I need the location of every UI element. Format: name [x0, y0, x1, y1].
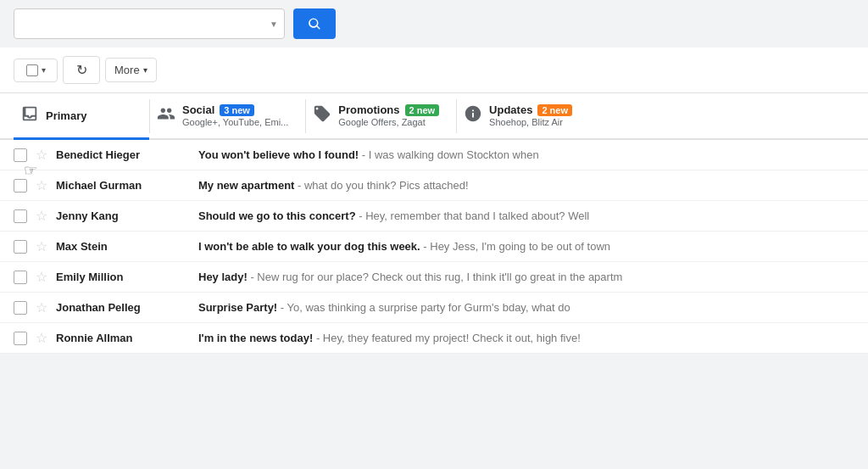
top-bar: ▼ [0, 0, 868, 47]
email-preview-1: - what do you think? Pics attached! [294, 179, 468, 192]
tab-promotions-title: Promotions [338, 103, 399, 116]
email-checkbox-2[interactable] [14, 209, 27, 223]
tab-primary-text: Primary [46, 109, 86, 122]
email-body-1: My new apartment - what do you think? Pi… [198, 179, 854, 192]
email-sender-3: Max Stein [56, 240, 192, 253]
email-checkbox-3[interactable] [14, 240, 27, 254]
tab-updates-title: Updates [489, 103, 532, 116]
email-checkbox-1[interactable] [14, 179, 27, 193]
cursor-hand-icon: ☞ [24, 161, 37, 180]
email-subject-2: Should we go to this concert? [198, 209, 356, 222]
tab-updates[interactable]: Updates 2 new Shoehop, Blitz Air [457, 93, 593, 140]
search-button[interactable] [293, 8, 336, 39]
email-star-2[interactable]: ☆ [34, 208, 49, 224]
search-icon [307, 16, 322, 31]
tab-promotions-badge: 2 new [405, 104, 440, 116]
email-preview-0: - I was walking down Stockton when [359, 148, 538, 161]
tab-primary-title: Primary [46, 109, 86, 122]
email-subject-5: Surprise Party! [198, 301, 277, 314]
email-preview-3: - Hey Jess, I'm going to be out of town [420, 240, 610, 253]
email-star-5[interactable]: ☆ [34, 299, 49, 315]
tab-social-badge: 3 new [220, 104, 254, 116]
email-preview-6: - Hey, they featured my project! Check i… [313, 332, 581, 344]
email-sender-4: Emily Million [56, 271, 192, 283]
email-body-2: Should we go to this concert? - Hey, rem… [198, 209, 854, 222]
tab-promotions-text: Promotions 2 new Google Offers, Zagat [338, 103, 439, 127]
tab-social[interactable]: Social 3 new Google+, YouTube, Emi... [150, 93, 305, 140]
email-row[interactable]: ☆ Jonathan Pelleg Surprise Party! - Yo, … [0, 293, 868, 323]
email-subject-1: My new apartment [198, 179, 294, 192]
select-dropdown-arrow-icon: ▾ [42, 65, 46, 75]
select-all-button[interactable]: ▾ [14, 59, 58, 82]
email-checkbox-4[interactable] [14, 271, 27, 284]
email-row[interactable]: ☆ Jenny Kang Should we go to this concer… [0, 201, 868, 232]
tab-promotions[interactable]: Promotions 2 new Google Offers, Zagat [306, 93, 456, 140]
email-star-6[interactable]: ☆ [34, 330, 49, 346]
refresh-button[interactable]: ↻ [63, 56, 100, 84]
more-dropdown-arrow-icon: ▾ [143, 65, 147, 75]
email-row[interactable]: ☆ Ronnie Allman I'm in the news today! -… [0, 323, 868, 354]
email-checkbox-5[interactable] [14, 301, 27, 315]
email-subject-0: You won't believe who I found! [198, 148, 359, 161]
email-preview-2: - Hey, remember that band I talked about… [356, 209, 590, 222]
email-subject-6: I'm in the news today! [198, 332, 313, 344]
search-wrap: ▼ [14, 8, 285, 39]
tab-social-text: Social 3 new Google+, YouTube, Emi... [182, 103, 288, 127]
email-body-6: I'm in the news today! - Hey, they featu… [198, 332, 854, 344]
email-star-4[interactable]: ☆ [34, 269, 49, 285]
search-input[interactable] [14, 8, 285, 39]
email-row[interactable]: ☆ Max Stein I won't be able to walk your… [0, 232, 868, 262]
email-sender-6: Ronnie Allman [56, 332, 192, 344]
email-body-0: You won't believe who I found! - I was w… [198, 148, 854, 161]
email-list: ☆ Benedict Hieger You won't believe who … [0, 140, 868, 354]
toolbar: ▾ ↻ More ▾ [0, 47, 868, 93]
email-checkbox-0[interactable] [14, 148, 27, 162]
tab-social-subtitle: Google+, YouTube, Emi... [182, 117, 288, 127]
email-sender-0: Benedict Hieger [56, 148, 192, 161]
email-sender-1: Michael Gurman [56, 179, 192, 192]
email-row[interactable]: ☆ Michael Gurman My new apartment - what… [0, 170, 868, 201]
email-sender-5: Jonathan Pelleg [56, 301, 192, 314]
email-row[interactable]: ☆ Emily Million Hey lady! - New rug for … [0, 262, 868, 293]
email-body-5: Surprise Party! - Yo, was thinking a sur… [198, 301, 854, 314]
email-checkbox-6[interactable] [14, 332, 27, 345]
tab-updates-badge: 2 new [537, 104, 572, 116]
more-label: More [114, 64, 140, 76]
tab-promotions-icon [313, 104, 331, 127]
tabs-bar: ☞ Primary Social 3 new Google+, YouTube,… [0, 93, 868, 140]
tab-social-title: Social [182, 103, 214, 116]
email-sender-2: Jenny Kang [56, 209, 192, 222]
tab-promotions-subtitle: Google Offers, Zagat [338, 117, 439, 127]
tab-updates-text: Updates 2 new Shoehop, Blitz Air [489, 103, 572, 127]
email-subject-4: Hey lady! [198, 271, 248, 283]
email-star-3[interactable]: ☆ [34, 238, 49, 254]
more-button[interactable]: More ▾ [105, 58, 157, 82]
tab-primary-icon: ☞ [20, 104, 39, 127]
checkbox-icon [26, 64, 38, 76]
tab-primary[interactable]: ☞ Primary [14, 93, 149, 140]
tab-updates-subtitle: Shoehop, Blitz Air [489, 117, 572, 127]
email-subject-3: I won't be able to walk your dog this we… [198, 240, 420, 253]
email-body-4: Hey lady! - New rug for our place? Check… [198, 271, 854, 283]
email-body-3: I won't be able to walk your dog this we… [198, 240, 854, 253]
email-preview-4: - New rug for our place? Check out this … [248, 271, 623, 283]
tab-social-icon [157, 104, 175, 127]
refresh-icon: ↻ [76, 62, 87, 78]
email-preview-5: - Yo, was thinking a surprise party for … [277, 301, 570, 314]
tab-updates-icon [464, 104, 482, 127]
email-row[interactable]: ☆ Benedict Hieger You won't believe who … [0, 140, 868, 170]
